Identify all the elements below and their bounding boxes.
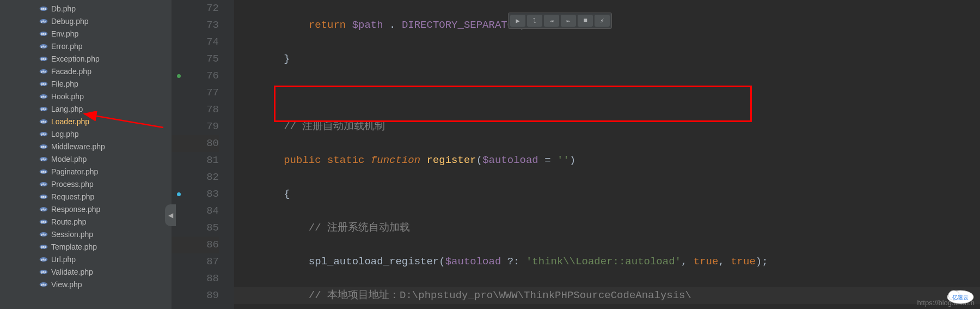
svg-text:php: php: [41, 258, 46, 261]
file-name-label: Route.php: [51, 217, 87, 226]
file-tree-item[interactable]: phpValidate.php: [0, 265, 171, 278]
step-over-icon: ⤵: [533, 17, 536, 25]
file-name-label: Url.php: [51, 255, 76, 264]
file-name-label: Debug.php: [51, 17, 89, 26]
file-name-label: Loader.php: [51, 117, 89, 126]
file-tree-item[interactable]: phpResponse.php: [0, 203, 171, 215]
svg-text:php: php: [41, 233, 46, 236]
file-tree-item[interactable]: phpModel.php: [0, 153, 171, 165]
line-number: 86: [171, 237, 219, 253]
line-number: 83: [171, 186, 219, 203]
file-tree-item[interactable]: phpRoute.php: [0, 215, 171, 228]
gutter-marker-icon: [177, 192, 181, 196]
file-name-label: Process.php: [51, 180, 94, 189]
svg-text:php: php: [41, 45, 46, 48]
step-out-icon: ⇤: [566, 17, 570, 25]
code-area[interactable]: return $path . DIRECTORY_SEPARATOR; } //…: [234, 0, 980, 309]
svg-text:php: php: [41, 20, 46, 23]
line-number: 89: [171, 287, 219, 304]
brand-logo-icon: 亿速云: [944, 286, 977, 305]
chevron-left-icon: ◀: [168, 211, 173, 219]
line-number: 85: [171, 220, 219, 237]
line-number: 84: [171, 203, 219, 220]
file-name-label: Hook.php: [51, 92, 84, 101]
file-tree-item[interactable]: phpHook.php: [0, 90, 171, 102]
line-number: 87: [171, 253, 219, 270]
debug-toolbar: ▶ ⤵ ⇥ ⇤ ■ ⚡: [508, 13, 612, 29]
file-name-label: Model.php: [51, 155, 87, 163]
debug-step-into-button[interactable]: ⇥: [544, 15, 559, 27]
svg-text:php: php: [41, 108, 46, 111]
debug-step-out-button[interactable]: ⇤: [561, 15, 576, 27]
file-name-label: Lang.php: [51, 105, 83, 113]
file-name-label: Validate.php: [51, 268, 93, 276]
file-tree-item[interactable]: phpSession.php: [0, 228, 171, 240]
file-tree-item[interactable]: phpTemplate.php: [0, 240, 171, 253]
line-number: 81: [171, 152, 219, 169]
svg-text:php: php: [41, 183, 46, 186]
file-name-label: Db.php: [51, 4, 76, 13]
line-gutter: 72 73 74 75 76 77 78 79 80 81 82 83 84 8…: [171, 0, 234, 309]
svg-text:php: php: [41, 95, 46, 98]
line-number: 75: [171, 51, 219, 68]
svg-text:php: php: [41, 221, 46, 223]
svg-text:php: php: [41, 196, 46, 198]
file-tree-item[interactable]: phpLoader.php: [0, 115, 171, 128]
svg-text:php: php: [41, 70, 46, 73]
svg-text:php: php: [41, 271, 46, 274]
svg-text:php: php: [41, 33, 46, 35]
file-name-label: Template.php: [51, 243, 97, 251]
line-number: 82: [171, 169, 219, 186]
svg-text:php: php: [41, 58, 46, 60]
svg-text:php: php: [41, 83, 46, 86]
file-name-label: Middleware.php: [51, 142, 105, 151]
file-tree-item[interactable]: phpFile.php: [0, 77, 171, 90]
svg-text:php: php: [41, 283, 46, 286]
bolt-icon: ⚡: [600, 17, 604, 25]
file-tree-item[interactable]: phpException.php: [0, 52, 171, 65]
file-tree-item[interactable]: phpUrl.php: [0, 253, 171, 265]
file-name-label: Error.php: [51, 42, 83, 51]
file-name-label: Log.php: [51, 130, 79, 138]
debug-stop-button[interactable]: ■: [578, 15, 593, 27]
code-editor[interactable]: 72 73 74 75 76 77 78 79 80 81 82 83 84 8…: [171, 0, 980, 309]
gutter-marker-icon: [177, 74, 181, 78]
file-tree-item[interactable]: phpPaginator.php: [0, 165, 171, 178]
svg-text:php: php: [41, 133, 46, 136]
file-tree-item[interactable]: phpRequest.php: [0, 190, 171, 203]
file-tree-item[interactable]: phpLang.php: [0, 102, 171, 115]
file-tree-item[interactable]: phpFacade.php: [0, 65, 171, 77]
file-tree-item[interactable]: phpEnv.php: [0, 27, 171, 40]
debug-step-over-button[interactable]: ⤵: [527, 15, 542, 27]
file-tree-item[interactable]: phpError.php: [0, 40, 171, 52]
file-name-label: Exception.php: [51, 54, 100, 63]
file-name-label: View.php: [51, 280, 82, 289]
line-number: 73: [171, 17, 219, 34]
line-number: 76: [171, 68, 219, 84]
line-number: 78: [171, 101, 219, 118]
file-tree-item[interactable]: phpDebug.php: [0, 15, 171, 27]
sidebar-collapse-button[interactable]: ◀: [165, 204, 176, 226]
file-name-label: Facade.php: [51, 67, 91, 76]
line-number: 77: [171, 84, 219, 101]
stop-icon: ■: [583, 17, 587, 25]
svg-text:php: php: [41, 246, 46, 249]
file-tree-item[interactable]: phpDb.php: [0, 2, 171, 15]
file-tree-item[interactable]: phpProcess.php: [0, 178, 171, 190]
line-number: 88: [171, 270, 219, 287]
file-tree-item[interactable]: phpMiddleware.php: [0, 140, 171, 153]
svg-text:php: php: [41, 146, 46, 148]
step-into-icon: ⇥: [549, 17, 553, 25]
debug-resume-button[interactable]: ▶: [510, 15, 525, 27]
file-name-label: Paginator.php: [51, 167, 98, 176]
svg-text:php: php: [41, 120, 46, 123]
file-tree: phpDb.phpphpDebug.phpphpEnv.phpphpError.…: [0, 0, 171, 309]
svg-text:php: php: [41, 8, 46, 10]
play-icon: ▶: [516, 17, 519, 25]
file-tree-item[interactable]: phpView.php: [0, 278, 171, 290]
debug-evaluate-button[interactable]: ⚡: [595, 15, 610, 27]
svg-text:php: php: [41, 158, 46, 161]
svg-text:亿速云: 亿速云: [952, 294, 969, 300]
file-name-label: Env.php: [51, 29, 78, 38]
file-tree-item[interactable]: phpLog.php: [0, 128, 171, 140]
